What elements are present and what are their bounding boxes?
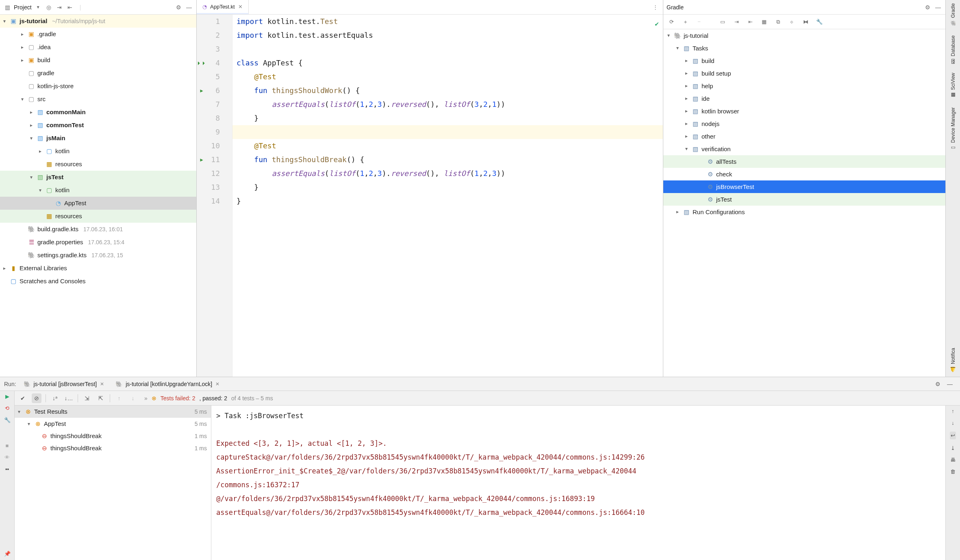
run-tab-upgrade[interactable]: 🐘 js-tutorial [kotlinUpgradeYarnLock] ✕: [111, 379, 224, 389]
view-icon[interactable]: 👁: [3, 454, 11, 460]
rail-sciview[interactable]: ▦SciView: [950, 73, 956, 98]
offline-icon[interactable]: ⟐: [788, 19, 796, 25]
tree-item-commontest[interactable]: ▸▧commonTest: [0, 119, 196, 132]
tree-item-resources[interactable]: ▦resources: [0, 158, 196, 171]
scroll-end-icon[interactable]: ⤓: [951, 445, 955, 451]
gradle-group-ide[interactable]: ▸▧ide: [663, 92, 945, 105]
check-icon[interactable]: ✔: [18, 393, 28, 403]
test-results-tree[interactable]: ▾⊗ Test Results 5 ms ▾⊗ AppTest 5 ms ⊖ t…: [15, 406, 211, 560]
tree-item-commonmain[interactable]: ▸▧commonMain: [0, 106, 196, 119]
dropdown-icon[interactable]: ▼: [34, 3, 42, 11]
soft-wrap-icon[interactable]: ↩: [950, 432, 956, 439]
scroll-down-icon[interactable]: ↓: [951, 420, 954, 426]
test-item-1[interactable]: ⊖ thingsShouldBreak 1 ms: [15, 430, 211, 442]
test-item-2[interactable]: ⊖ thingsShouldBreak 1 ms: [15, 442, 211, 454]
project-view-icon[interactable]: ▥: [3, 3, 11, 11]
block-icon[interactable]: ⊘: [32, 393, 41, 403]
collapse-icon[interactable]: ⇱: [96, 393, 106, 403]
editor-gutter[interactable]: ⏵⏵▶▶ 1234567891011121314: [197, 15, 232, 377]
tree-item-build-gradle-kts[interactable]: 🐘build.gradle.kts17.06.23, 16:01: [0, 223, 196, 236]
gradle-group-build-setup[interactable]: ▸▧build setup: [663, 67, 945, 80]
gradle-run-configs[interactable]: ▸▧ Run Configurations: [663, 206, 945, 218]
sort-icon[interactable]: ↓ᵃ: [50, 393, 60, 403]
tree-item-settings-gradle-kts[interactable]: 🐘settings.gradle.kts17.06.23, 15: [0, 249, 196, 262]
sort2-icon[interactable]: ↓…: [64, 393, 74, 403]
analyze-icon[interactable]: ⧉: [774, 19, 782, 25]
hide-icon[interactable]: —: [947, 381, 956, 387]
scratches-consoles[interactable]: ▢ Scratches and Consoles: [0, 275, 196, 288]
rail-database[interactable]: 🗄Database: [950, 35, 956, 64]
print-icon[interactable]: 🖶: [950, 457, 956, 463]
remove-icon[interactable]: −: [695, 19, 703, 25]
tree-item-src[interactable]: ▾▢src: [0, 93, 196, 106]
tree-item--gradle[interactable]: ▸▣.gradle: [0, 28, 196, 41]
inspection-ok-icon[interactable]: ✔: [655, 17, 659, 31]
gradle-group-nodejs[interactable]: ▸▧nodejs: [663, 117, 945, 130]
test-results-root[interactable]: ▾⊗ Test Results 5 ms: [15, 406, 211, 418]
gradle-group-other[interactable]: ▸▧other: [663, 130, 945, 143]
rail-gradle[interactable]: 🐘Gradle: [950, 3, 956, 26]
tree-item-kotlin-js-store[interactable]: ▢kotlin-js-store: [0, 80, 196, 93]
expand-icon[interactable]: ⇲: [82, 393, 92, 403]
rail-notifications[interactable]: 🔔Notifica: [950, 348, 956, 373]
gutter-run-icon[interactable]: ▶: [197, 84, 206, 98]
project-root[interactable]: ▾ ▣ js-tutorial ~/Tutorials/mpp/js-tut: [0, 15, 196, 28]
close-tab-icon[interactable]: ✕: [238, 4, 243, 10]
tree-item--idea[interactable]: ▸▢.idea: [0, 41, 196, 54]
add-icon[interactable]: ＋: [681, 18, 689, 26]
console-output[interactable]: > Task :jsBrowserTest Expected <[3, 2, 1…: [211, 406, 945, 560]
tree-item-resources[interactable]: ▦resources: [0, 210, 196, 223]
trash-icon[interactable]: 🗑: [950, 469, 956, 475]
gradle-group-verification[interactable]: ▾▧ verification: [663, 143, 945, 155]
expand-all-icon[interactable]: ⇥: [55, 3, 63, 11]
project-title[interactable]: Project: [14, 4, 32, 11]
run-icon[interactable]: ▶: [3, 393, 11, 399]
rerun-failed-icon[interactable]: ⟲: [3, 405, 11, 411]
tree-item-jsmain[interactable]: ▾▧jsMain: [0, 132, 196, 145]
gutter-run-icon[interactable]: ⏵⏵: [197, 56, 206, 70]
run-config-icon[interactable]: ▭: [719, 19, 727, 25]
gradle-group-kotlin-browser[interactable]: ▸▧kotlin browser: [663, 105, 945, 117]
collapse-icon[interactable]: ⇤: [746, 19, 754, 25]
wrench-icon[interactable]: 🔧: [3, 417, 11, 423]
gradle-task-check[interactable]: ⚙check: [663, 168, 945, 180]
toggle-icon[interactable]: ▦: [760, 19, 768, 25]
hide-panel-icon[interactable]: —: [185, 3, 193, 11]
gradle-tree[interactable]: ▾🐘 js-tutorial ▾▧ Tasks ▸▧build▸▧build s…: [663, 29, 945, 377]
tree-item-kotlin[interactable]: ▸▢kotlin: [0, 145, 196, 158]
target-icon[interactable]: ◎: [45, 3, 53, 11]
scroll-up-icon[interactable]: ↑: [951, 408, 954, 414]
gear-icon[interactable]: ⚙: [174, 3, 182, 11]
tree-item-gradle-properties[interactable]: ☰gradle.properties17.06.23, 15:4: [0, 236, 196, 249]
up-icon[interactable]: ↑: [114, 393, 124, 403]
expand-icon[interactable]: ⇥: [732, 19, 741, 25]
gradle-tasks[interactable]: ▾▧ Tasks: [663, 42, 945, 54]
gradle-task-jsBrowserTest[interactable]: ⚙jsBrowserTest: [663, 180, 945, 193]
gradle-task-jsTest[interactable]: ⚙jsTest: [663, 193, 945, 206]
collapse-all-icon[interactable]: ⇤: [66, 3, 74, 11]
refresh-icon[interactable]: ⟳: [667, 19, 675, 25]
tree-item-gradle[interactable]: ▢gradle: [0, 67, 196, 80]
gear-icon[interactable]: ⚙: [935, 381, 944, 387]
connect-icon[interactable]: ⧓: [801, 19, 810, 25]
pin-icon[interactable]: 📌: [3, 551, 11, 557]
gradle-group-build[interactable]: ▸▧build: [663, 54, 945, 67]
code-area[interactable]: ✔ import kotlin.test.Test import kotlin.…: [232, 15, 663, 377]
run-tab-jsbrowsertest[interactable]: 🐘 js-tutorial [jsBrowserTest] ✕: [20, 379, 109, 389]
hide-panel-icon[interactable]: —: [934, 3, 942, 11]
stop-icon[interactable]: ■: [3, 443, 11, 449]
gradle-group-help[interactable]: ▸▧help: [663, 80, 945, 92]
tree-item-apptest[interactable]: ◔AppTest: [0, 197, 196, 210]
wrench-icon[interactable]: 🔧: [815, 19, 823, 25]
down-icon[interactable]: ↓: [128, 393, 138, 403]
rail-device-manager[interactable]: ▭Device Manager: [950, 107, 956, 151]
gutter-run-icon[interactable]: ▶: [197, 153, 206, 167]
tree-item-kotlin[interactable]: ▾▢kotlin: [0, 184, 196, 197]
close-icon[interactable]: ✕: [215, 381, 219, 387]
layout-icon[interactable]: ▪▪: [3, 466, 11, 472]
gradle-root[interactable]: ▾🐘 js-tutorial: [663, 29, 945, 42]
external-libraries[interactable]: ▸ ▮ External Libraries: [0, 262, 196, 275]
gradle-task-allTests[interactable]: ⚙allTests: [663, 155, 945, 168]
tree-item-build[interactable]: ▸▣build: [0, 54, 196, 67]
gear-icon[interactable]: ⚙: [923, 3, 932, 11]
